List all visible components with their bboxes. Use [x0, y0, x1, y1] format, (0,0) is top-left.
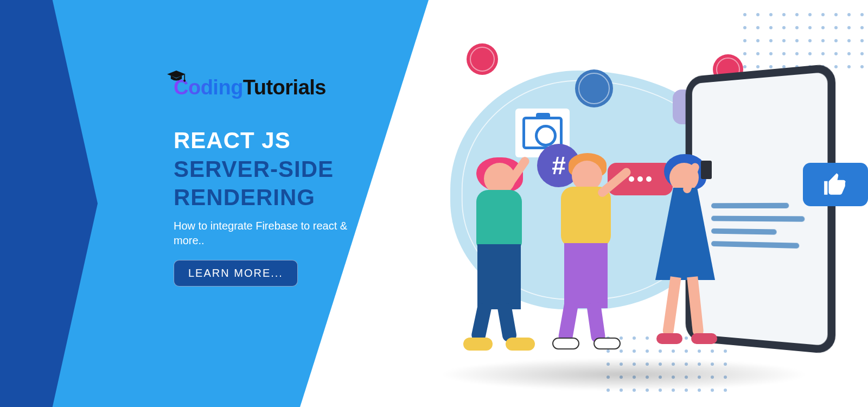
logo-text-tutorials: Tutorials: [243, 76, 326, 99]
decorative-ball-pink-icon: [467, 43, 498, 75]
like-badge-icon: [803, 163, 868, 206]
hero-illustration: #: [407, 38, 852, 396]
site-logo: Coding Tutorials: [174, 76, 401, 99]
person-illustration: [456, 163, 548, 358]
floor-shadow: [439, 358, 808, 391]
heading-line-3: RENDERING: [174, 183, 401, 212]
heading-line-2: SERVER-SIDE: [174, 155, 401, 184]
learn-more-button[interactable]: LEARN MORE...: [174, 260, 298, 287]
svg-point-1: [183, 80, 186, 82]
person-illustration: [542, 157, 635, 358]
person-illustration: [640, 157, 732, 364]
hero-subtitle: How to integrate Firebase to react & mor…: [174, 219, 353, 248]
heading-line-1: REACT JS: [174, 126, 401, 155]
graduation-cap-icon: [167, 71, 186, 82]
decorative-ball-blue-icon: [575, 69, 613, 107]
hero-content: Coding Tutorials REACT JS SERVER-SIDE RE…: [174, 76, 401, 287]
